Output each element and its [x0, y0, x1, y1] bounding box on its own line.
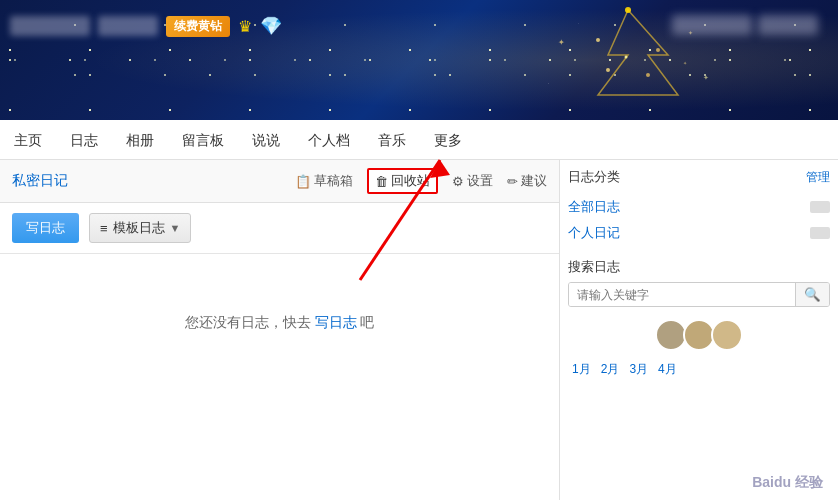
write-diary-button[interactable]: 写日志: [12, 213, 79, 243]
category-personal-bar: [810, 227, 830, 239]
svg-point-4: [606, 68, 610, 72]
calendar-months: 1月 2月 3月 4月: [568, 359, 830, 380]
nav-shuoshuo[interactable]: 说说: [248, 120, 284, 160]
svg-text:·: ·: [548, 80, 549, 86]
search-button[interactable]: 🔍: [795, 283, 829, 306]
svg-point-3: [656, 48, 660, 52]
draft-icon: 📋: [295, 174, 311, 189]
avatar-group: [655, 319, 743, 351]
month-2[interactable]: 2月: [597, 359, 624, 380]
diary-title: 私密日记: [12, 172, 68, 190]
settings-label: 设置: [467, 172, 493, 190]
template-diary-button[interactable]: ≡ 模板日志 ▼: [89, 213, 191, 243]
svg-marker-0: [598, 10, 678, 95]
header-right-area: [672, 15, 818, 35]
search-section: 搜索日志 🔍: [568, 258, 830, 307]
recycle-icon: 🗑: [375, 174, 388, 189]
category-title: 日志分类: [568, 168, 620, 186]
category-all-label[interactable]: 全部日志: [568, 198, 620, 216]
suggest-label: 建议: [521, 172, 547, 190]
username-blurred: [98, 16, 158, 36]
nav-more[interactable]: 更多: [430, 120, 466, 160]
manage-link[interactable]: 管理: [806, 169, 830, 186]
empty-content-area: 您还没有日志，快去 写日志 吧: [0, 254, 559, 392]
main-container: 私密日记 📋 草稿箱 🗑 回收站 ⚙ 设置 ✏: [0, 160, 838, 500]
crown-icon: ♛: [238, 17, 252, 36]
svg-point-5: [646, 73, 650, 77]
suggest-icon: ✏: [507, 174, 518, 189]
svg-point-2: [596, 38, 600, 42]
category-list: 全部日志 个人日记: [568, 194, 830, 246]
recycle-action[interactable]: 🗑 回收站: [367, 168, 438, 194]
right-blurred-2: [758, 15, 818, 35]
category-all: 全部日志: [568, 194, 830, 220]
svg-text:✦: ✦: [703, 74, 709, 81]
search-input[interactable]: [569, 283, 795, 306]
diary-actions: 📋 草稿箱 🗑 回收站 ⚙ 设置 ✏ 建议: [295, 168, 547, 194]
svg-text:✦: ✦: [558, 38, 565, 47]
svg-point-6: [625, 56, 628, 59]
nav-album[interactable]: 相册: [122, 120, 158, 160]
header-banner: ✦ ✦ · ✦ · ✦ 续费黄钻 ♛ 💎: [0, 0, 838, 120]
month-4[interactable]: 4月: [654, 359, 681, 380]
gem-icon: 💎: [260, 15, 282, 37]
nav-profile[interactable]: 个人档: [304, 120, 354, 160]
svg-text:·: ·: [578, 21, 579, 26]
nav-music[interactable]: 音乐: [374, 120, 410, 160]
search-input-wrapper: 🔍: [568, 282, 830, 307]
dropdown-arrow-icon: ▼: [170, 222, 181, 234]
nav-guestbook[interactable]: 留言板: [178, 120, 228, 160]
avatar-section: [568, 319, 830, 351]
settings-icon: ⚙: [452, 174, 464, 189]
template-label: 模板日志: [113, 219, 165, 237]
svg-point-1: [625, 7, 631, 13]
empty-text: 您还没有日志，快去: [185, 314, 311, 330]
search-section-title: 搜索日志: [568, 258, 830, 276]
nav-bar: 主页 日志 相册 留言板 说说 个人档 音乐 更多: [0, 120, 838, 160]
toolbar-row: 写日志 ≡ 模板日志 ▼: [0, 203, 559, 254]
nav-home[interactable]: 主页: [10, 120, 46, 160]
left-panel: 私密日记 📋 草稿箱 🗑 回收站 ⚙ 设置 ✏: [0, 160, 560, 500]
month-1[interactable]: 1月: [568, 359, 595, 380]
right-blurred-1: [672, 15, 752, 35]
write-link[interactable]: 写日志: [315, 314, 357, 330]
nav-diary[interactable]: 日志: [66, 120, 102, 160]
svg-text:✦: ✦: [683, 60, 687, 66]
category-all-bar: [810, 201, 830, 213]
category-personal-label[interactable]: 个人日记: [568, 224, 620, 242]
template-icon: ≡: [100, 221, 108, 236]
category-section-header: 日志分类 管理: [568, 168, 830, 186]
diary-header: 私密日记 📋 草稿箱 🗑 回收站 ⚙ 设置 ✏: [0, 160, 559, 203]
month-3[interactable]: 3月: [625, 359, 652, 380]
draft-action[interactable]: 📋 草稿箱: [295, 172, 353, 190]
avatar-3: [711, 319, 743, 351]
draft-label: 草稿箱: [314, 172, 353, 190]
empty-suffix: 吧: [360, 314, 374, 330]
user-avatar-blurred: [10, 16, 90, 36]
right-panel: 日志分类 管理 全部日志 个人日记 搜索日志 🔍: [560, 160, 838, 500]
recycle-label: 回收站: [391, 172, 430, 190]
category-personal: 个人日记: [568, 220, 830, 246]
suggest-action[interactable]: ✏ 建议: [507, 172, 547, 190]
settings-action[interactable]: ⚙ 设置: [452, 172, 493, 190]
header-user-area: 续费黄钻 ♛ 💎: [10, 15, 282, 37]
vip-badge[interactable]: 续费黄钻: [166, 16, 230, 37]
calendar-section: 1月 2月 3月 4月: [568, 359, 830, 380]
